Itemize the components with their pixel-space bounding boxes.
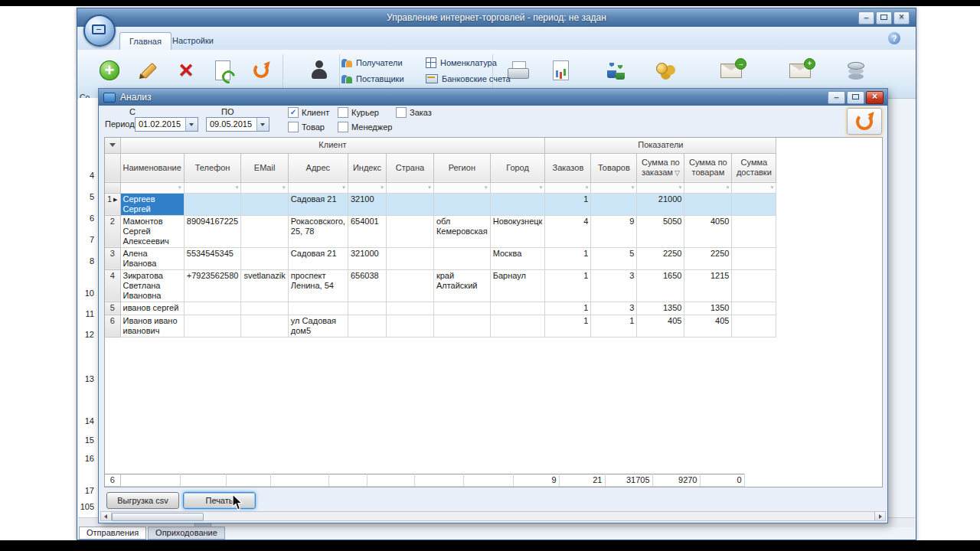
filter-cell[interactable] [288,182,348,193]
checkbox-product[interactable]: Товар [288,122,325,132]
dialog-maximize-button[interactable] [847,91,864,104]
app-menu-orb[interactable] [83,15,116,47]
cell[interactable] [288,302,348,315]
cell[interactable] [433,315,490,337]
filter-cell[interactable] [684,182,732,193]
refresh-button[interactable] [847,108,882,135]
toolbar-link-nomenclature[interactable]: Номенклатура [426,56,533,70]
cell[interactable]: 1 [545,247,591,269]
checkbox-client[interactable]: Клиент [288,107,329,118]
cell[interactable]: 3 [591,302,637,315]
cell[interactable]: 5 [591,247,637,269]
cell[interactable] [386,193,433,215]
column-header[interactable]: Город [490,153,545,182]
cell[interactable] [241,193,288,215]
column-header[interactable]: Индекс [348,153,386,182]
row-header[interactable]: 2 [105,215,120,247]
filter-cell[interactable] [348,182,386,193]
table-row[interactable]: 6Иванов ивано ивановичул Садовая дом5114… [105,315,776,337]
cell[interactable] [386,302,433,315]
table-row[interactable]: 2Мамонтов Сергей Алексеевич89094167225Ро… [105,215,776,247]
cell[interactable]: 1650 [637,269,684,302]
dialog-minimize-button[interactable] [828,91,845,104]
cell[interactable]: 89094167225 [184,215,241,247]
users-settings-button[interactable] [598,54,635,86]
cell[interactable]: 21000 [637,193,684,215]
report-button[interactable] [542,54,579,86]
cell[interactable]: 1 [545,315,591,337]
checkbox-courier[interactable]: Курьер [338,107,379,118]
cell[interactable]: 32100 [348,193,386,215]
cell[interactable]: 1350 [684,302,732,315]
cell[interactable] [241,302,288,315]
window-titlebar[interactable]: Управление интернет-торговлей - период: … [77,8,916,27]
filter-cell[interactable] [241,182,288,193]
cell[interactable]: иванов сергей [120,302,184,315]
mail-add-button[interactable]: + [782,54,818,86]
cell[interactable] [490,315,545,337]
filter-cell[interactable] [120,182,184,193]
cell[interactable] [348,302,386,315]
column-header[interactable]: Регион [433,153,490,182]
cell[interactable]: 5534545345 [184,247,241,269]
cell[interactable]: Рокасовского, 25, 78 [288,215,348,247]
cell[interactable]: 321000 [348,247,386,269]
cell[interactable]: ул Садовая дом5 [288,315,348,337]
cell[interactable]: Алена Иванова [120,247,184,269]
date-to-combo[interactable]: 09.05.2015 [206,117,270,132]
row-header[interactable]: 3 [105,247,120,269]
cell[interactable] [184,193,241,215]
cell[interactable]: svetlanazik [241,269,288,302]
database-button[interactable] [837,54,874,86]
column-header[interactable]: Телефон [184,153,241,182]
cell[interactable]: Мамонтов Сергей Алексеевич [120,215,184,247]
cell[interactable]: 3 [591,269,637,302]
cell[interactable]: 654001 [348,215,386,247]
cell[interactable]: 4 [545,215,591,247]
edit-button[interactable] [129,54,166,86]
cell[interactable]: 1350 [637,302,684,315]
dialog-titlebar[interactable]: Анализ [99,89,887,106]
column-header[interactable]: Наименование [120,153,184,182]
cell[interactable] [732,193,776,215]
group-header[interactable]: Клиент [120,138,545,153]
filter-cell[interactable] [545,182,591,193]
cell[interactable]: проспект Ленина, 54 [288,269,348,302]
close-button[interactable] [893,11,910,24]
cell[interactable]: край Алтайский [433,269,490,302]
filter-cell[interactable] [490,182,545,193]
mail-send-button[interactable]: → [713,54,750,86]
filter-cell[interactable] [591,182,637,193]
cell[interactable]: Сергеев Сергей [120,193,184,215]
column-header[interactable]: Заказов [545,153,591,182]
cell[interactable] [348,315,386,337]
export-csv-button[interactable]: Выгрузка csv [106,492,179,509]
cell[interactable]: 656038 [348,269,386,302]
cell[interactable] [386,315,433,337]
toolbar-link-bank-accounts[interactable]: Банковские счета [426,72,533,86]
cell[interactable]: 1 [545,193,591,215]
tab-settings[interactable]: Настройки [163,32,223,49]
toolbar-link-suppliers[interactable]: Поставщики [341,72,416,86]
row-header[interactable]: 1▶ [105,193,120,215]
chevron-down-icon[interactable] [256,118,269,131]
column-header[interactable]: Сумма доставки [732,153,776,182]
coins-button[interactable] [648,54,684,86]
cell[interactable] [433,302,490,315]
tab-shipments[interactable]: Отправления [79,527,146,540]
cell[interactable]: обл Кемеровская [433,215,490,247]
column-header[interactable]: Сумма по товарам [684,153,732,182]
cell[interactable] [184,302,241,315]
scroll-right-arrow[interactable] [874,512,885,520]
cell[interactable] [732,215,776,247]
cell[interactable] [732,247,776,269]
cell[interactable] [241,215,288,247]
cell[interactable] [732,269,776,302]
row-header[interactable]: 6 [105,315,120,337]
filter-cell[interactable] [433,182,490,193]
filter-cell[interactable] [386,182,433,193]
cell[interactable]: Садовая 21 [288,193,348,215]
cell[interactable] [684,193,732,215]
row-header[interactable]: 5 [105,302,120,315]
delete-button[interactable] [168,54,204,86]
